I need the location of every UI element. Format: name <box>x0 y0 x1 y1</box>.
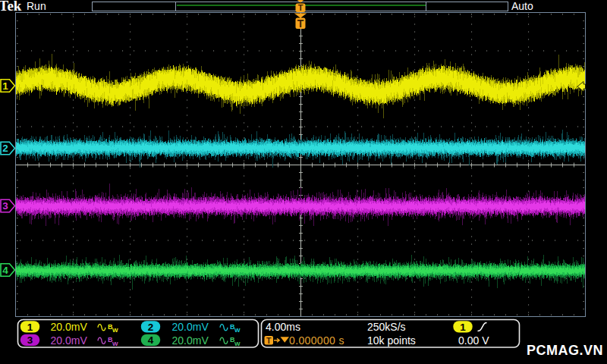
svg-text:W: W <box>234 340 241 347</box>
svg-text:20.0mV: 20.0mV <box>51 334 88 347</box>
svg-text:W: W <box>234 327 241 334</box>
svg-text:T: T <box>297 17 304 30</box>
svg-text:10k points: 10k points <box>367 334 416 347</box>
svg-text:0.000000 s: 0.000000 s <box>289 334 344 347</box>
svg-text:20.0mV: 20.0mV <box>51 321 88 333</box>
svg-text:4: 4 <box>148 334 154 346</box>
svg-text:3: 3 <box>2 200 8 212</box>
svg-text:Run: Run <box>27 0 46 12</box>
svg-text:20.0mV: 20.0mV <box>172 334 209 347</box>
svg-text:250kS/s: 250kS/s <box>367 321 406 333</box>
svg-text:1: 1 <box>460 322 466 333</box>
svg-text:W: W <box>112 340 118 347</box>
svg-text:3: 3 <box>27 334 33 346</box>
svg-text:20.0mV: 20.0mV <box>172 321 209 333</box>
svg-text:4: 4 <box>2 265 8 276</box>
svg-text:Tek: Tek <box>0 0 22 14</box>
svg-text:1: 1 <box>27 322 33 333</box>
svg-text:Auto: Auto <box>511 0 533 12</box>
svg-text:1: 1 <box>2 80 8 92</box>
svg-text:W: W <box>112 327 118 334</box>
svg-text:2: 2 <box>2 143 8 154</box>
svg-text:4.00ms: 4.00ms <box>266 321 300 333</box>
svg-text:2: 2 <box>148 322 154 333</box>
svg-text:T: T <box>266 336 272 345</box>
svg-text:T: T <box>298 3 304 12</box>
svg-text:PCMAG.VN: PCMAG.VN <box>527 343 603 358</box>
svg-text:0.00 V: 0.00 V <box>458 334 489 347</box>
